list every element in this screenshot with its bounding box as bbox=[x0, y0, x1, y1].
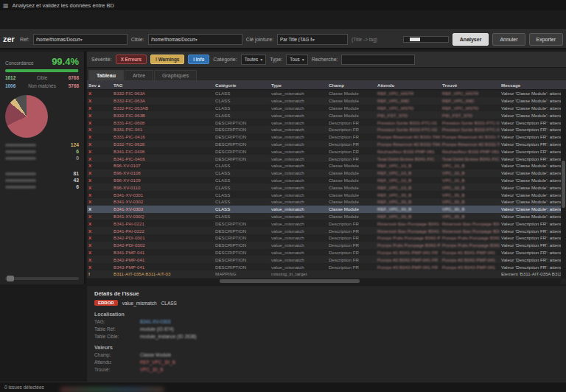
cell-type: value_mismatch bbox=[270, 228, 327, 234]
table-row[interactable]: XB342-PDI-0301DESCRIPTIONvalue_mismatchD… bbox=[87, 234, 561, 242]
cell-sev: X bbox=[87, 134, 112, 139]
cell-sev: X bbox=[87, 127, 112, 132]
cell-tag: B332-FIC-063A bbox=[112, 91, 214, 96]
horizontal-scrollbar[interactable] bbox=[87, 279, 561, 284]
table-row[interactable]: XB331-PIC-041DESCRIPTIONvalue_mismatchDe… bbox=[87, 126, 561, 133]
table-row[interactable]: XB341-FIC-0408DESCRIPTIONvalue_mismatchD… bbox=[87, 147, 561, 155]
cell-trv: REF_VPC_66D bbox=[441, 98, 500, 103]
table-row[interactable]: XB341-XV-0301CLASSvalue_mismatchClasse M… bbox=[87, 191, 561, 198]
table-header[interactable]: Sev ▴TAGCatégorieTypeChampAttenduTrouvéM… bbox=[87, 81, 566, 90]
status-text: 0 issues détectées bbox=[4, 385, 44, 390]
stat-label: Non matchés bbox=[28, 83, 56, 88]
ref-input[interactable]: /home/thomas/Documents/fhx2sql/m ▾ bbox=[33, 34, 127, 45]
cell-type: value_mismatch bbox=[270, 214, 327, 219]
join-select[interactable]: Par Title (TAG Module) ▾ bbox=[277, 34, 348, 45]
cell-cat: DESCRIPTION bbox=[214, 235, 270, 240]
vertical-scrollbar[interactable] bbox=[561, 90, 566, 279]
tab-tableau[interactable]: Tableau bbox=[88, 70, 124, 80]
table-row[interactable]: XB341-PIC-0406DESCRIPTIONvalue_mismatchD… bbox=[87, 155, 561, 162]
exporter-button[interactable]: Exporter bbox=[529, 33, 563, 46]
analyser-button[interactable]: Analyser bbox=[453, 33, 489, 46]
cell-tag: B341-FIC-0408 bbox=[112, 149, 214, 154]
table-row[interactable]: XB341-XV-030QCLASSvalue_mismatchClasse M… bbox=[87, 213, 561, 220]
sidebar-slider[interactable] bbox=[5, 277, 79, 280]
cell-msg: Valeur 'Classe Module': attendu 'RE bbox=[500, 206, 561, 211]
column-header-champ[interactable]: Champ bbox=[327, 83, 376, 88]
cell-msg: Valeur 'Classe Module': attendu 'RE bbox=[500, 170, 561, 175]
cell-sev: X bbox=[87, 120, 112, 125]
table-row[interactable]: XB341-PAI-0222DESCRIPTIONvalue_mismatchD… bbox=[87, 227, 561, 234]
progress-slider[interactable] bbox=[403, 36, 449, 43]
cell-type: value_mismatch bbox=[270, 91, 327, 96]
table-row[interactable]: XB342-PMP-041DESCRIPTIONvalue_mismatchDe… bbox=[87, 256, 561, 263]
cible-input[interactable]: /home/thomas/Documents/fhx2sql.pl ▾ bbox=[148, 34, 242, 45]
table-row[interactable]: XB341-XV-0302CLASSvalue_mismatchClasse M… bbox=[87, 198, 561, 206]
horizontal-scrollbar-thumb[interactable] bbox=[220, 279, 360, 283]
column-header-msg[interactable]: Message bbox=[500, 83, 561, 88]
table-row[interactable]: XB331-PIC-0416DESCRIPTIONvalue_mismatchD… bbox=[87, 133, 561, 141]
filter-info-button[interactable]: i Info bbox=[188, 55, 209, 64]
table-row[interactable]: XB332-FIC-063ABCLASSvalue_mismatchClasse… bbox=[87, 105, 561, 112]
cell-champ: Description FR bbox=[327, 242, 376, 248]
cell-cat: CLASS bbox=[214, 206, 270, 211]
cell-tag: B331-FIC-0608 bbox=[112, 120, 214, 125]
column-header-cat[interactable]: Catégorie bbox=[214, 83, 270, 88]
categorie-label: Catégorie: bbox=[213, 57, 237, 62]
table-row[interactable]: XB332-FIC-063ACLASSvalue_mismatchClasse … bbox=[87, 97, 561, 105]
vertical-scrollbar-thumb[interactable] bbox=[562, 161, 565, 208]
table-row[interactable]: XB332-FIC-063BCLASSvalue_mismatchClasse … bbox=[87, 111, 561, 119]
legend-label-redacted bbox=[5, 157, 36, 160]
annuler-button[interactable]: Annuler bbox=[492, 33, 525, 46]
cell-tag: B332-FIC-063A bbox=[112, 98, 214, 103]
cell-tag: B331-PIC-0416 bbox=[112, 134, 214, 139]
progress-thumb[interactable] bbox=[410, 38, 420, 41]
table-row[interactable]: XB96-XV-0109CLASSvalue_mismatchClasse Mo… bbox=[87, 177, 561, 184]
cell-trv: Pression Sortie B332-FTC-02 bbox=[441, 127, 500, 132]
table-row[interactable]: XB343-PMP-041DESCRIPTIONvalue_mismatchDe… bbox=[87, 263, 561, 270]
severity-label: Sévérité: bbox=[91, 57, 112, 62]
column-header-trv[interactable]: Trouvé bbox=[441, 83, 500, 88]
table-row[interactable]: XB331-FIC-0608DESCRIPTIONvalue_mismatchD… bbox=[87, 119, 561, 126]
cell-msg: Valeur 'Classe Module': attendu 'RE bbox=[500, 178, 561, 183]
cell-trv: VPC_30_B bbox=[441, 214, 500, 219]
filter-warnings-button[interactable]: ! Warnings bbox=[150, 55, 184, 64]
cell-msg: Valeur 'Description FR': attendu 'Po bbox=[500, 250, 561, 255]
breakdown-value: 81 bbox=[73, 171, 79, 176]
search-input[interactable] bbox=[341, 55, 415, 65]
column-header-type[interactable]: Type bbox=[270, 83, 327, 88]
concordance-label: Concordance bbox=[5, 60, 34, 66]
cell-att: Pompe #2 B342-PMP-041 FR bbox=[376, 257, 441, 262]
column-header-tag[interactable]: TAG bbox=[112, 83, 214, 88]
table-row[interactable]: XB96-XV-0110CLASSvalue_mismatchClasse Mo… bbox=[87, 183, 561, 191]
cell-att: Pression Sortie B332-FTC-02 bbox=[376, 127, 441, 132]
column-header-sev[interactable]: Sev ▴ bbox=[87, 83, 112, 88]
table-row[interactable]: XB341-XV-0303CLASSvalue_mismatchClasse M… bbox=[87, 206, 561, 213]
cell-cat: CLASS bbox=[214, 163, 270, 168]
table-row[interactable]: XB342-PDI-0302DESCRIPTIONvalue_mismatchD… bbox=[87, 242, 561, 249]
filter-erreurs-button[interactable]: X Erreurs bbox=[116, 55, 147, 64]
tab-graphiques[interactable]: Graphiques bbox=[154, 70, 197, 80]
cell-sev: X bbox=[87, 178, 112, 183]
column-header-att[interactable]: Attendu bbox=[376, 83, 441, 88]
table-row[interactable]: XB341-PMP-041DESCRIPTIONvalue_mismatchDe… bbox=[87, 249, 561, 256]
cell-champ: Classe Module bbox=[327, 170, 376, 175]
cell-msg: Valeur 'Description FR': attendu 'Po bbox=[500, 265, 561, 270]
sidebar-slider-thumb[interactable] bbox=[7, 276, 14, 281]
table-row[interactable]: !B311-AIT-035A B311-AIT-03MAPPINGmissing… bbox=[87, 270, 561, 278]
table-row[interactable]: XB332-FIC-063ACLASSvalue_mismatchClasse … bbox=[87, 90, 561, 97]
cell-tag: B341-PIC-0406 bbox=[112, 156, 214, 161]
categorie-select[interactable]: Toutes ▾ bbox=[241, 55, 267, 65]
cell-champ: Classe Module bbox=[327, 214, 376, 219]
table-row[interactable]: XB96-XV-0108CLASSvalue_mismatchClasse Mo… bbox=[87, 169, 561, 177]
table-row[interactable]: XB332-TIC-0628DESCRIPTIONvalue_mismatchD… bbox=[87, 141, 561, 148]
table-row[interactable]: XB341-PAI-0221DESCRIPTIONvalue_mismatchD… bbox=[87, 220, 561, 227]
table-row[interactable]: XB96-XV-0107CLASSvalue_mismatchClasse Mo… bbox=[87, 162, 561, 169]
cell-msg: Valeur 'Classe Module': attendu 'RE bbox=[500, 185, 561, 190]
app-title: zer bbox=[3, 35, 15, 43]
cell-att: Réservoir Eau Pompage B341-T bbox=[376, 221, 441, 226]
cell-sev: X bbox=[87, 221, 112, 226]
tab-arbre[interactable]: Arbre bbox=[125, 70, 153, 80]
app-window: ▦ Analysez et validez les données entre … bbox=[0, 0, 566, 392]
type-select[interactable]: Tous ▾ bbox=[286, 55, 307, 65]
details-title: Détails de l'issue bbox=[94, 290, 559, 297]
